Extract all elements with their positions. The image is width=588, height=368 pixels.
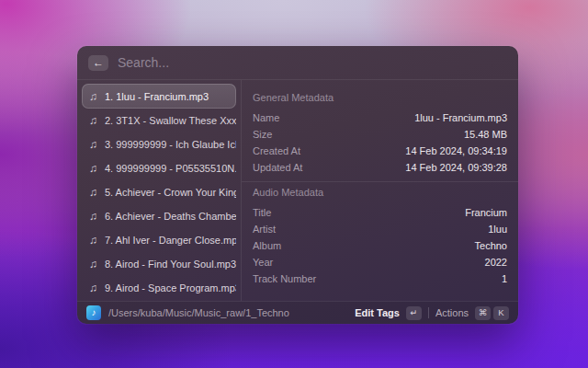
meta-row-track-number: Track Number 1: [253, 270, 507, 287]
list-item[interactable]: ♫ 2. 3T1X - Swallow These Xxxx....: [82, 109, 236, 132]
music-note-icon: ♫: [89, 186, 97, 199]
list-item[interactable]: ♫ 8. Airod - Find Your Soul.mp3: [82, 252, 236, 276]
meta-row-artist: Artist 1luu: [253, 221, 507, 237]
file-name: 5. Achiever - Crown Your King....: [105, 187, 236, 198]
list-item[interactable]: ♫ 7. Ahl Iver - Danger Close.mp3: [82, 228, 236, 252]
list-item[interactable]: ♫ 9. Airod - Space Program.mp3: [82, 276, 236, 300]
meta-value: Francium: [465, 207, 507, 218]
meta-label: Created At: [253, 145, 300, 156]
music-note-icon: ♫: [89, 138, 97, 151]
file-name: 9. Airod - Space Program.mp3: [105, 282, 236, 293]
edit-tags-button[interactable]: Edit Tags: [355, 307, 400, 318]
file-name: 8. Airod - Find Your Soul.mp3: [105, 259, 236, 270]
file-list: ♫ 1. 1luu - Francium.mp3 ♫ 2. 3T1X - Swa…: [77, 80, 242, 301]
tag-editor-window: ← ♫ 1. 1luu - Francium.mp3 ♫ 2. 3T1X - S…: [77, 46, 518, 324]
music-note-icon: ♫: [89, 234, 97, 247]
list-item[interactable]: ♫ 6. Achiever - Deaths Chamber (...: [82, 204, 236, 228]
meta-row-year: Year 2022: [253, 254, 507, 270]
search-input[interactable]: [118, 55, 507, 70]
meta-label: Name: [253, 112, 279, 123]
main-area: ♫ 1. 1luu - Francium.mp3 ♫ 2. 3T1X - Swa…: [77, 80, 518, 301]
general-metadata-title: General Metadata: [253, 87, 507, 109]
meta-label: Size: [253, 129, 272, 140]
meta-row-album: Album Techno: [253, 237, 507, 254]
meta-label: Artist: [253, 224, 276, 235]
music-note-icon: ♫: [89, 162, 97, 175]
meta-label: Updated At: [253, 162, 302, 173]
back-arrow-icon: ←: [93, 57, 104, 68]
file-name: 3. 999999999 - Ich Glaube Ich...: [105, 139, 236, 150]
music-note-icon: ♫: [89, 114, 97, 127]
note-glyph-icon: ♪: [92, 308, 96, 317]
footer-actions: Edit Tags ↵ Actions ⌘ K: [355, 306, 509, 320]
list-item[interactable]: ♫ 1. 1luu - Francium.mp3: [82, 84, 236, 109]
meta-value: 1luu - Francium.mp3: [414, 112, 507, 123]
file-name: 2. 3T1X - Swallow These Xxxx....: [105, 115, 236, 126]
file-name: 6. Achiever - Deaths Chamber (...: [105, 211, 236, 222]
file-name: 7. Ahl Iver - Danger Close.mp3: [105, 235, 236, 246]
enter-key-icon[interactable]: ↵: [406, 306, 422, 320]
meta-value: 15.48 MB: [464, 129, 507, 140]
command-key-icon[interactable]: ⌘: [475, 306, 491, 320]
meta-label: Track Number: [253, 273, 316, 284]
music-note-icon: ♫: [89, 258, 97, 270]
music-note-icon: ♫: [89, 282, 97, 294]
search-bar: ←: [77, 46, 518, 80]
footer-divider: [428, 307, 429, 318]
meta-value: 1: [502, 273, 507, 284]
meta-value: 2022: [485, 257, 507, 268]
file-name: 4. 999999999 - P05535510N.m...: [105, 163, 236, 174]
meta-label: Album: [253, 240, 281, 251]
file-name: 1. 1luu - Francium.mp3: [105, 91, 209, 102]
meta-row-name: Name 1luu - Francium.mp3: [253, 109, 507, 126]
list-item[interactable]: ♫ 4. 999999999 - P05535510N.m...: [82, 156, 236, 180]
list-item[interactable]: ♫ 3. 999999999 - Ich Glaube Ich...: [82, 132, 236, 156]
list-item[interactable]: ♫ 5. Achiever - Crown Your King....: [82, 180, 236, 204]
meta-value: Techno: [475, 240, 507, 251]
meta-row-title: Title Francium: [253, 204, 507, 221]
current-folder-path: /Users/kuba/Music/Music_raw/1_Techno: [108, 307, 347, 318]
meta-value: 14 Feb 2024, 09:34:19: [405, 145, 507, 156]
metadata-panel: General Metadata Name 1luu - Francium.mp…: [242, 80, 518, 301]
meta-row-updated-at: Updated At 14 Feb 2024, 09:39:28: [253, 159, 507, 176]
meta-value: 14 Feb 2024, 09:39:28: [405, 162, 507, 173]
music-note-icon: ♫: [89, 90, 97, 103]
app-music-icon: ♪: [86, 305, 101, 320]
actions-button[interactable]: Actions: [435, 307, 469, 318]
meta-label: Title: [253, 207, 271, 218]
music-note-icon: ♫: [89, 210, 97, 223]
k-key-icon[interactable]: K: [493, 306, 509, 320]
status-bar: ♪ /Users/kuba/Music/Music_raw/1_Techno E…: [77, 301, 518, 324]
actions-shortcut: ⌘ K: [475, 306, 509, 320]
meta-value: 1luu: [488, 224, 507, 235]
back-button[interactable]: ←: [88, 55, 108, 71]
meta-label: Year: [253, 257, 273, 268]
meta-row-created-at: Created At 14 Feb 2024, 09:34:19: [253, 143, 507, 159]
audio-metadata-title: Audio Metadata: [253, 182, 507, 204]
meta-row-size: Size 15.48 MB: [253, 126, 507, 143]
